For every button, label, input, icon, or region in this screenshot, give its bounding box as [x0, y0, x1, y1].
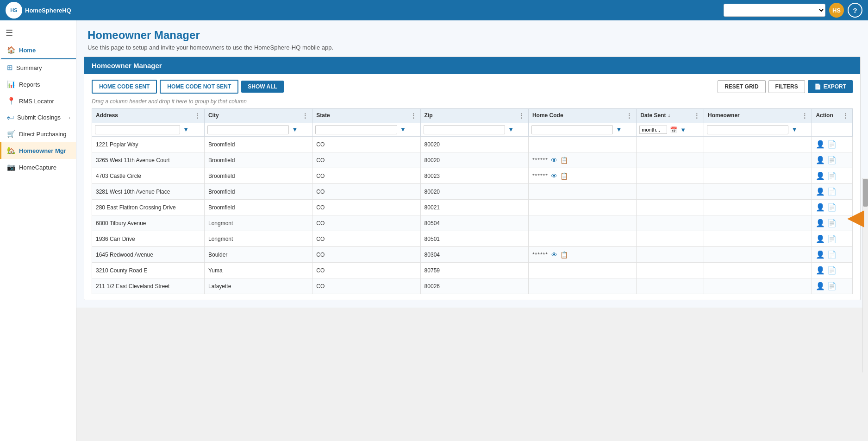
person-icon[interactable]: 👤	[816, 171, 825, 180]
action-cell: 👤 📄	[812, 263, 853, 278]
city-col-menu[interactable]: ⋮	[302, 112, 308, 120]
document-icon[interactable]: 📄	[827, 234, 837, 243]
sidebar: ☰ 🏠 Home ⊞ Summary 📊 Reports 📍 RMS Locat…	[0, 20, 76, 441]
document-icon[interactable]: 📄	[827, 219, 837, 227]
copy-icon[interactable]: 📋	[560, 157, 568, 164]
action-cell: 👤 📄	[812, 168, 853, 184]
person-icon[interactable]: 👤	[816, 234, 825, 243]
calendar-icon[interactable]: 📅	[670, 126, 677, 133]
person-icon[interactable]: 👤	[816, 266, 825, 275]
address-filter-input[interactable]	[95, 125, 180, 134]
homeowner-filter-input[interactable]	[707, 125, 788, 134]
sidebar-item-label-homecapture: HomeCapture	[19, 164, 56, 171]
document-icon[interactable]: 📄	[827, 266, 837, 275]
show-all-button[interactable]: SHOW ALL	[241, 81, 284, 93]
person-icon[interactable]: 👤	[816, 156, 825, 164]
city-cell: Broomfield	[204, 200, 312, 215]
home-code-sent-button[interactable]: HOME CODE SENT	[92, 80, 157, 94]
action-cell: 👤 📄	[812, 137, 853, 152]
state-col-menu[interactable]: ⋮	[410, 112, 417, 120]
hamburger-menu[interactable]: ☰	[0, 24, 76, 42]
home-code-filter-input[interactable]	[531, 125, 613, 134]
sidebar-item-home[interactable]: 🏠 Home	[0, 42, 76, 59]
home-code-cell	[528, 184, 636, 200]
person-icon[interactable]: 👤	[816, 250, 825, 259]
col-state: State ⋮	[312, 109, 420, 123]
document-icon[interactable]: 📄	[827, 171, 837, 180]
sidebar-item-direct-purchasing[interactable]: 🛒 Direct Purchasing	[0, 126, 76, 142]
filters-button[interactable]: FILTERS	[768, 80, 805, 93]
home-icon: 🏠	[7, 46, 16, 54]
scrollbar-track[interactable]	[862, 178, 868, 372]
action-col-menu[interactable]: ⋮	[842, 112, 849, 120]
filter-city: ▼	[204, 123, 312, 137]
help-button[interactable]: ?	[848, 3, 862, 18]
zip-cell: 80020	[420, 184, 528, 200]
home-code-cell: ****** 👁 📋	[528, 152, 636, 168]
date-filter-icon[interactable]: ▼	[680, 126, 686, 133]
state-filter-input[interactable]	[315, 125, 397, 134]
homeowner-col-menu[interactable]: ⋮	[801, 112, 808, 120]
zip-col-menu[interactable]: ⋮	[518, 112, 525, 120]
copy-icon[interactable]: 📋	[560, 172, 568, 180]
address-filter-icon[interactable]: ▼	[183, 126, 189, 133]
homeowner-table: Address ⋮ City ⋮ State ⋮	[92, 108, 853, 294]
state-filter-icon[interactable]: ▼	[400, 126, 406, 133]
home-code-group: ****** 👁 📋	[532, 251, 632, 258]
sidebar-item-rms-locator[interactable]: 📍 RMS Locator	[0, 93, 76, 109]
zip-filter-input[interactable]	[424, 125, 505, 134]
logo-brand: HomeSphereHQ	[25, 7, 71, 14]
homeowner-filter-icon[interactable]: ▼	[792, 126, 798, 133]
sidebar-item-reports[interactable]: 📊 Reports	[0, 76, 76, 93]
filter-zip: ▼	[420, 123, 528, 137]
document-icon[interactable]: 📄	[827, 156, 837, 164]
eye-icon[interactable]: 👁	[551, 157, 557, 164]
address-col-menu[interactable]: ⋮	[194, 112, 200, 120]
person-icon[interactable]: 👤	[816, 282, 825, 290]
table-container: Address ⋮ City ⋮ State ⋮	[92, 108, 853, 294]
eye-icon[interactable]: 👁	[551, 172, 557, 180]
col-date-sent: Date Sent ↓ ⋮	[637, 109, 704, 123]
top-search-select[interactable]	[724, 4, 825, 17]
person-icon[interactable]: 👤	[816, 203, 825, 212]
copy-icon[interactable]: 📋	[560, 251, 568, 258]
person-icon[interactable]: 👤	[816, 140, 825, 149]
city-filter-icon[interactable]: ▼	[292, 126, 298, 133]
state-cell: CO	[312, 168, 420, 184]
month-filter-input[interactable]	[639, 126, 667, 134]
document-icon[interactable]: 📄	[827, 250, 837, 259]
person-icon[interactable]: 👤	[816, 187, 825, 196]
zip-cell: 80304	[420, 247, 528, 263]
col-zip-label: Zip	[425, 112, 433, 119]
city-filter-input[interactable]	[207, 125, 289, 134]
document-icon[interactable]: 📄	[827, 282, 837, 290]
reset-grid-button[interactable]: RESET GRID	[718, 80, 765, 93]
zip-filter-icon[interactable]: ▼	[508, 126, 514, 133]
export-button[interactable]: 📄 EXPORT	[808, 80, 853, 93]
user-avatar-button[interactable]: HS	[829, 3, 844, 18]
person-icon[interactable]: 👤	[816, 219, 825, 227]
scrollbar-thumb[interactable]	[863, 179, 868, 207]
top-bar-right: HS ?	[724, 3, 862, 18]
state-cell: CO	[312, 184, 420, 200]
home-code-filter-icon[interactable]: ▼	[616, 126, 622, 133]
action-buttons: 👤 📄	[816, 140, 849, 149]
eye-icon[interactable]: 👁	[551, 251, 557, 258]
col-address: Address ⋮	[92, 109, 205, 123]
table-row: 3281 West 10th Avenue PlaceBroomfieldCO8…	[92, 184, 853, 200]
document-icon[interactable]: 📄	[827, 140, 837, 149]
table-body: 1221 Poplar WayBroomfieldCO80020 👤 📄 326…	[92, 137, 853, 294]
homeowner-cell	[704, 152, 812, 168]
date-sent-col-menu[interactable]: ⋮	[693, 112, 700, 120]
page-header: Homeowner Manager Use this page to setup…	[76, 20, 868, 57]
home-code-not-sent-button[interactable]: HOME CODE NOT SENT	[160, 80, 238, 94]
sidebar-item-homecapture[interactable]: 📷 HomeCapture	[0, 159, 76, 176]
document-icon[interactable]: 📄	[827, 187, 837, 196]
sidebar-item-summary[interactable]: ⊞ Summary	[0, 59, 76, 76]
sidebar-item-homeowner-mgr[interactable]: 🏡 Homeowner Mgr	[0, 142, 76, 159]
table-row: 211 1/2 East Cleveland StreetLafayetteCO…	[92, 278, 853, 294]
document-icon[interactable]: 📄	[827, 203, 837, 212]
sidebar-item-submit-closings[interactable]: 🏷 Submit Closings ›	[0, 109, 76, 126]
city-cell: Yuma	[204, 263, 312, 278]
home-code-col-menu[interactable]: ⋮	[626, 112, 632, 120]
